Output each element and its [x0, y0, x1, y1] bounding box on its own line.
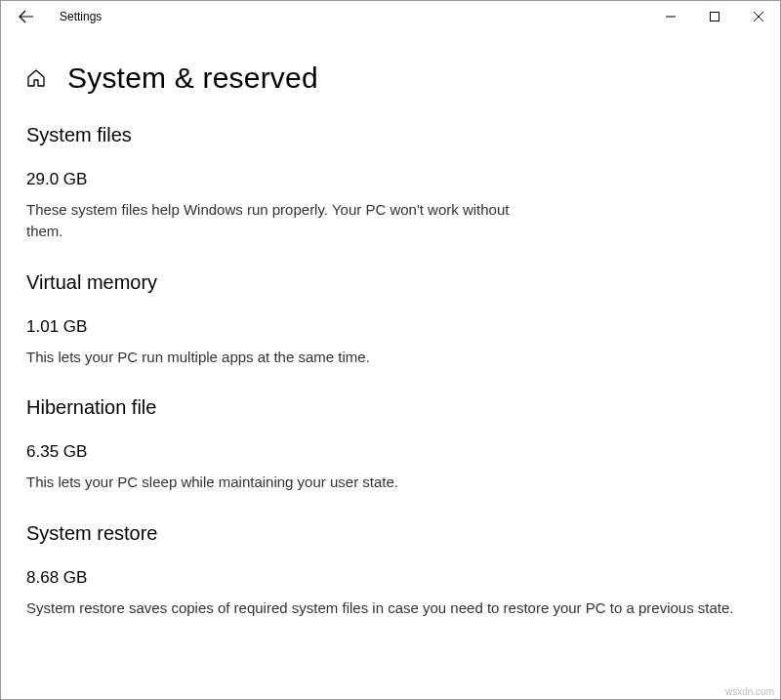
- back-button[interactable]: [11, 1, 42, 32]
- home-icon: [26, 68, 46, 88]
- maximize-icon: [710, 12, 719, 21]
- maximize-button[interactable]: [692, 1, 736, 32]
- close-icon: [754, 12, 763, 21]
- content-area: System files 29.0 GB These system files …: [1, 104, 780, 674]
- back-arrow-icon: [19, 9, 34, 24]
- window-title: Settings: [60, 10, 102, 23]
- minimize-button[interactable]: [648, 1, 692, 32]
- section-heading: Hibernation file: [26, 396, 755, 419]
- section-virtual-memory: Virtual memory 1.01 GB This lets your PC…: [26, 271, 755, 368]
- svg-rect-0: [710, 13, 719, 21]
- close-button[interactable]: [736, 1, 780, 32]
- section-size: 29.0 GB: [26, 170, 755, 189]
- watermark: wsxdn.com: [725, 686, 774, 697]
- section-system-restore: System restore 8.68 GB System restore sa…: [26, 522, 755, 619]
- page-header: System & reserved: [1, 32, 780, 104]
- minimize-icon: [666, 12, 676, 21]
- window-controls: [648, 1, 780, 32]
- section-heading: Virtual memory: [26, 271, 755, 294]
- section-size: 1.01 GB: [26, 317, 755, 337]
- section-description: This lets your PC sleep while maintainin…: [26, 472, 755, 493]
- section-system-files: System files 29.0 GB These system files …: [26, 124, 755, 242]
- section-heading: System files: [26, 124, 755, 146]
- section-description: System restore saves copies of required …: [26, 597, 755, 619]
- page-title: System & reserved: [67, 62, 318, 95]
- section-size: 6.35 GB: [26, 442, 755, 462]
- section-description: These system files help Windows run prop…: [26, 199, 514, 242]
- section-size: 8.68 GB: [26, 568, 755, 588]
- section-description: This lets your PC run multiple apps at t…: [26, 347, 755, 368]
- home-button[interactable]: [26, 68, 46, 88]
- section-heading: System restore: [26, 522, 755, 545]
- titlebar: Settings: [1, 1, 780, 32]
- section-hibernation-file: Hibernation file 6.35 GB This lets your …: [26, 396, 755, 493]
